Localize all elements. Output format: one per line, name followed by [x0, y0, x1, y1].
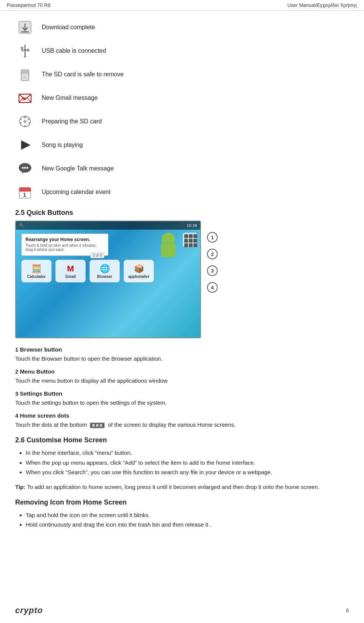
app-icon-calculator[interactable]: 🧮 Calculator: [21, 260, 52, 282]
list-item: M New Gmail message: [15, 88, 349, 108]
sdcard-label: The SD card is safe to remove: [42, 71, 124, 78]
svg-point-32: [27, 167, 28, 169]
button1-desc: Touch the Browser button to open the Bro…: [15, 355, 163, 362]
tip-text: To add an application to home screen, lo…: [27, 484, 319, 490]
status-icon: 🔌: [19, 223, 24, 228]
button4-desc-block: 4 Home screen dots Touch the dots at the…: [15, 411, 349, 429]
customise-bullet-2: When the pop up menu appears, click “Add…: [26, 458, 349, 468]
calculator-label: Calculator: [27, 274, 46, 279]
grid-button[interactable]: [183, 233, 197, 247]
svg-point-23: [24, 125, 26, 126]
status-time: 10:26: [187, 223, 197, 228]
removing-bullet-1: Tap and hold the icon on the screen unti…: [26, 510, 349, 520]
tip-block: Tip: To add an application to home scree…: [15, 483, 349, 492]
app-icon-browser[interactable]: 🌐 Browser: [89, 260, 120, 282]
calendar-icon: 1: [15, 182, 35, 202]
appinstaller-symbol: 📦: [134, 264, 144, 274]
callout-3: 3: [207, 265, 218, 276]
button1-desc-block: 1 Browser button Touch the Browser butto…: [15, 345, 349, 363]
app-icon-appinstaller[interactable]: 📦 appInstaller: [124, 260, 154, 282]
page-number: 6: [346, 607, 349, 614]
section-removing-heading: Removing Icon from Home Screen: [15, 498, 349, 506]
popup-title: Rearrange your Home screen.: [25, 237, 104, 242]
svg-marker-27: [21, 140, 30, 150]
notification-list: Download complete USB cable is connected: [15, 17, 349, 202]
status-bar: 🔌 10:26: [16, 221, 200, 230]
app-icons-row: 🧮 Calculator M Gmail 🌐 Browser 📦 appInst…: [21, 260, 195, 282]
home-dots-icon: [90, 423, 105, 428]
header-right: User Manual/Εγχειρίδιο Χρήσης: [287, 2, 357, 8]
android-body: [161, 244, 176, 257]
svg-text:1: 1: [23, 192, 26, 198]
sdcard-icon: SD: [15, 65, 35, 84]
callout-1: 1: [207, 232, 218, 243]
download-label: Download complete: [42, 24, 95, 31]
button1-label: 1 Browser button: [15, 346, 62, 353]
list-item: Song is playing: [15, 135, 349, 155]
calendar-label: Upcoming calendar event: [42, 189, 110, 196]
browser-symbol: 🌐: [100, 264, 110, 274]
sdprepare-icon: [15, 112, 35, 131]
android-figure: [159, 233, 177, 259]
svg-rect-7: [21, 47, 23, 49]
svg-rect-11: [22, 71, 24, 74]
button4-desc-post: of the screen to display the various Hom…: [108, 421, 236, 428]
svg-point-26: [24, 120, 27, 123]
list-item: Download complete: [15, 17, 349, 37]
svg-point-8: [27, 49, 29, 51]
callout-circle-2: 2: [207, 249, 218, 259]
calculator-symbol: 🧮: [31, 264, 42, 274]
appinstaller-label: appInstaller: [128, 274, 149, 279]
home-dot-2: [96, 424, 99, 427]
customise-bullet-3: When you click “Search”, you can use thi…: [26, 467, 349, 477]
home-dot-3: [100, 424, 102, 427]
list-item: USB cable is connected: [15, 41, 349, 61]
music-label: Song is playing: [42, 142, 83, 148]
page-header: Passepartout 70 R8 User Manual/Εγχειρίδι…: [0, 0, 364, 11]
callout-circle-4: 4: [207, 282, 218, 293]
section-quick-buttons-heading: 2.5 Quick Buttons: [15, 209, 349, 217]
button4-label: 4 Home screen dots: [15, 412, 69, 419]
callout-circle-3: 3: [207, 265, 218, 276]
download-icon: [15, 17, 35, 37]
svg-point-20: [24, 117, 26, 118]
svg-point-31: [24, 167, 26, 169]
removing-bullets: Tap and hold the icon on the screen unti…: [26, 510, 349, 530]
customise-bullet-1: In the home interface, click “menu” butt…: [26, 448, 349, 458]
gmail-label: New Gmail message: [42, 95, 98, 101]
svg-rect-13: [27, 71, 28, 74]
talk-icon: [15, 159, 35, 178]
app-icon-gmail[interactable]: M Gmail: [55, 260, 86, 282]
talk-label: New Google Talk message: [42, 165, 114, 172]
list-item: New Google Talk message: [15, 159, 349, 178]
callout-circle-1: 1: [207, 232, 218, 243]
button4-desc-pre: Touch the dots at the bottom: [15, 421, 87, 428]
sdprepare-label: Preparing the SD card: [42, 118, 102, 125]
callout-4: 4: [207, 282, 218, 293]
popup-body: Touch & hold an item and when it vibrate…: [25, 243, 104, 252]
tip-label: Tip:: [15, 484, 25, 490]
button2-desc: Touch the menu button to display all the…: [15, 377, 168, 384]
svg-text:M: M: [22, 96, 26, 101]
usb-label: USB cable is connected: [42, 47, 106, 54]
gmail-app-symbol: M: [67, 264, 74, 274]
button2-label: 2 Menu Button: [15, 368, 55, 375]
gmail-icon: M: [15, 88, 35, 108]
callout-2: 2: [207, 249, 218, 259]
button3-desc: Touch the settings button to open the se…: [15, 399, 166, 406]
screenshot-image: 🔌 10:26 Rearrange your Home screen. Touc…: [15, 221, 201, 338]
crypto-logo: crypto: [15, 606, 43, 615]
svg-rect-35: [19, 190, 31, 191]
screenshot-popup: Rearrange your Home screen. Touch & hold…: [21, 233, 108, 256]
svg-point-22: [28, 122, 30, 124]
customise-bullets: In the home interface, click “menu” butt…: [26, 448, 349, 477]
callout-labels: 1 2 3 4: [207, 221, 218, 293]
section-customise-heading: 2.6 Customise Home Screen: [15, 436, 349, 444]
svg-point-24: [20, 122, 22, 124]
svg-text:SD: SD: [23, 76, 27, 79]
list-item: SD The SD card is safe to remove: [15, 65, 349, 84]
gmail-app-label: Gmail: [65, 274, 76, 279]
svg-point-21: [28, 118, 29, 120]
svg-rect-12: [24, 71, 26, 74]
screenshot-container: 🔌 10:26 Rearrange your Home screen. Touc…: [15, 221, 349, 338]
